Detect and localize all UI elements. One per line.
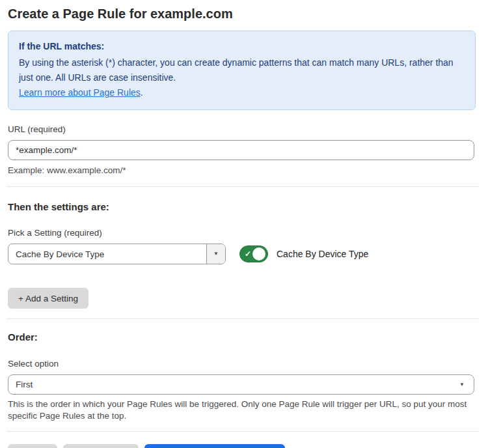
- setting-dropdown-value: Cache By Device Type: [8, 244, 206, 264]
- order-helper-text: This is the order in which your Page Rul…: [8, 399, 476, 421]
- toggle-knob: [252, 247, 265, 260]
- settings-section-heading: Then the settings are:: [8, 201, 480, 213]
- learn-more-link[interactable]: Learn more about Page Rules: [19, 87, 141, 98]
- select-option-label: Select option: [8, 359, 480, 369]
- dropdown-arrow-segment[interactable]: ▼: [206, 244, 225, 264]
- order-section-heading: Order:: [8, 331, 480, 343]
- setting-dropdown[interactable]: Cache By Device Type ▼: [8, 244, 226, 264]
- save-draft-button[interactable]: Save as Draft: [63, 444, 139, 448]
- chevron-down-icon: ▼: [459, 382, 465, 387]
- url-input[interactable]: [8, 140, 474, 160]
- link-suffix: .: [141, 87, 143, 98]
- cancel-button[interactable]: Cancel: [8, 444, 57, 448]
- url-field-label: URL (required): [8, 124, 480, 135]
- setting-row: Cache By Device Type ▼ ✓ Cache By Device…: [8, 244, 480, 264]
- save-deploy-button[interactable]: Save and Deploy Page Rule: [144, 444, 285, 448]
- add-setting-button[interactable]: + Add a Setting: [8, 288, 88, 309]
- toggle-label: Cache By Device Type: [277, 249, 368, 259]
- info-box-link-line: Learn more about Page Rules.: [19, 85, 465, 100]
- order-select-value: First: [16, 380, 33, 389]
- footer-actions: Cancel Save as Draft Save and Deploy Pag…: [8, 444, 480, 448]
- info-box-heading: If the URL matches:: [19, 40, 465, 53]
- divider: [7, 318, 479, 319]
- check-icon: ✓: [245, 250, 251, 258]
- info-box-body: By using the asterisk (*) character, you…: [19, 55, 465, 85]
- page-rule-form: Create a Page Rule for example.com If th…: [0, 0, 488, 448]
- divider: [7, 431, 479, 432]
- url-example-helper: Example: www.example.com/*: [8, 165, 480, 176]
- chevron-down-icon: ▼: [213, 251, 219, 257]
- divider: [7, 186, 479, 187]
- url-match-info-box: If the URL matches: By using the asteris…: [8, 31, 476, 110]
- order-select[interactable]: First ▼: [8, 374, 474, 395]
- cache-device-toggle[interactable]: ✓: [239, 245, 268, 262]
- page-title: Create a Page Rule for example.com: [8, 5, 480, 22]
- pick-setting-label: Pick a Setting (required): [8, 228, 480, 238]
